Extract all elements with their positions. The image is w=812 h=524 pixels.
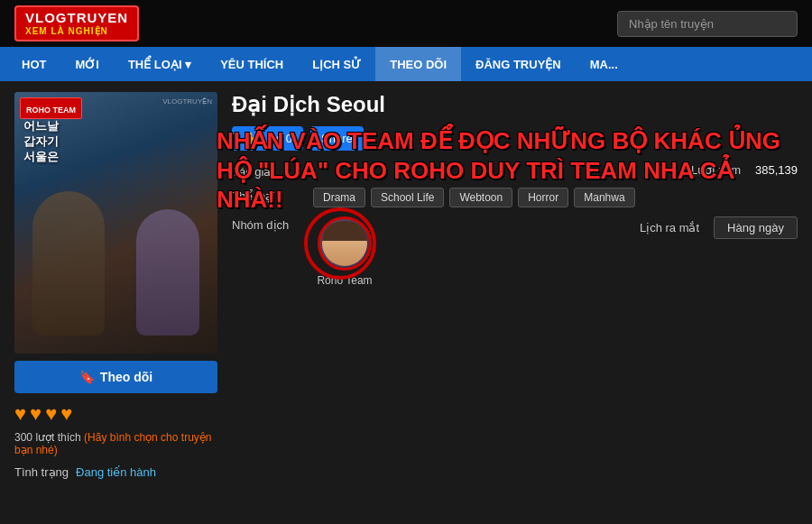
nav-item-more[interactable]: MA... [576, 47, 632, 81]
tag-drama[interactable]: Drama [313, 188, 365, 207]
tag-horror[interactable]: Horror [518, 188, 568, 207]
genre-row: Thể loại Drama School Life Webtoon Horro… [232, 188, 798, 207]
group-avatar[interactable] [318, 216, 372, 271]
like-button[interactable]: 👍 Like 0 [232, 126, 303, 151]
group-row: Nhóm dịch Roho Team Lịch ra mắt Hàng ngà… [232, 216, 798, 287]
author-label: Tác giả [232, 163, 313, 179]
genre-label: Thể loại [232, 188, 313, 203]
hearts-row: ♥ ♥ ♥ ♥ [14, 402, 217, 426]
author-row: Tác giả Lượt xem 385,139 [232, 163, 798, 179]
cover-team-text: ROHO TEAM [26, 106, 76, 115]
views-value: 385,139 [755, 163, 798, 177]
heart-4[interactable]: ♥ [60, 402, 72, 426]
nav: HOT MỚI THỂ LOẠI ▾ YÊU THÍCH LỊCH SỬ THE… [0, 47, 812, 81]
status-label: Tình trạng [14, 465, 69, 479]
header-search[interactable] [617, 11, 798, 37]
right-panel: Đại Dịch Seoul 👍 Like 0 Share Tác giả Lư… [232, 92, 798, 479]
nav-item-upload[interactable]: ĐĂNG TRUYỆN [461, 47, 576, 81]
manga-cover: ROHO TEAM VLOGTRUYỆN 어느날갑자기서울은 [14, 92, 217, 354]
nav-item-favorites[interactable]: YÊU THÍCH [206, 47, 298, 81]
tags-container: Drama School Life Webtoon Horror Manhwa [313, 188, 635, 207]
bookmark-icon: 🔖 [79, 370, 95, 384]
avatar-hair [322, 221, 367, 241]
views-section: Lượt xem 385,139 [691, 163, 798, 177]
schedule-button[interactable]: Hàng ngày [714, 216, 798, 239]
action-buttons: 👍 Like 0 Share [232, 126, 798, 151]
group-label: Nhóm dịch [232, 216, 313, 232]
cover-watermark: VLOGTRUYỆN [162, 97, 212, 106]
status-row: Tình trạng Đang tiến hành [14, 465, 217, 479]
nav-item-new[interactable]: MỚI [60, 47, 113, 81]
share-button[interactable]: Share [310, 126, 364, 151]
likes-row: 300 lượt thích (Hãy bình chọn cho truyện… [14, 431, 217, 456]
tag-school[interactable]: School Life [371, 188, 444, 207]
status-value: Đang tiến hành [76, 465, 156, 479]
views-label: Lượt xem [691, 163, 741, 177]
avatar-face [322, 221, 367, 266]
group-name: Roho Team [313, 274, 376, 287]
logo-area[interactable]: VLOGTRUYEN XEM LÀ NGHIỆN [14, 5, 139, 41]
main-wrapper: NHẤN VÀO TEAM ĐỂ ĐỌC NHỮNG BỘ KHÁC ỦNG H… [0, 81, 812, 490]
header: VLOGTRUYEN XEM LÀ NGHIỆN [0, 0, 812, 47]
schedule-label: Lịch ra mắt [640, 221, 699, 234]
tag-webtoon[interactable]: Webtoon [449, 188, 512, 207]
group-avatar-wrapper[interactable]: Roho Team [313, 216, 376, 287]
main-content: ROHO TEAM VLOGTRUYỆN 어느날갑자기서울은 🔖 Theo dõ… [0, 81, 812, 490]
nav-item-hot[interactable]: HOT [7, 47, 60, 81]
follow-button[interactable]: 🔖 Theo dõi [14, 361, 217, 393]
nav-item-history[interactable]: LỊCH SỬ [298, 47, 375, 81]
info-table: Tác giả Lượt xem 385,139 Thể loại Drama … [232, 163, 798, 287]
left-panel: ROHO TEAM VLOGTRUYỆN 어느날갑자기서울은 🔖 Theo dõ… [14, 92, 217, 479]
thumbs-up-icon: 👍 [243, 132, 257, 145]
tag-manhwa[interactable]: Manhwa [574, 188, 634, 207]
logo-top: VLOGTRUYEN [25, 11, 128, 26]
logo-bottom: XEM LÀ NGHIỆN [25, 26, 128, 36]
heart-1[interactable]: ♥ [14, 402, 26, 426]
logo-box: VLOGTRUYEN XEM LÀ NGHIỆN [14, 5, 139, 41]
search-input[interactable] [617, 11, 798, 37]
cover-title-text: 어느날갑자기서울은 [23, 119, 59, 165]
heart-2[interactable]: ♥ [30, 402, 42, 426]
nav-item-follow[interactable]: THEO DÕI [375, 47, 461, 81]
manga-title: Đại Dịch Seoul [232, 92, 798, 117]
cover-characters [14, 173, 217, 354]
nav-item-genres[interactable]: THỂ LOẠI ▾ [114, 47, 206, 81]
heart-3[interactable]: ♥ [45, 402, 57, 426]
cover-team-badge: ROHO TEAM [20, 97, 82, 119]
schedule-section: Lịch ra mắt Hàng ngày [640, 216, 798, 239]
